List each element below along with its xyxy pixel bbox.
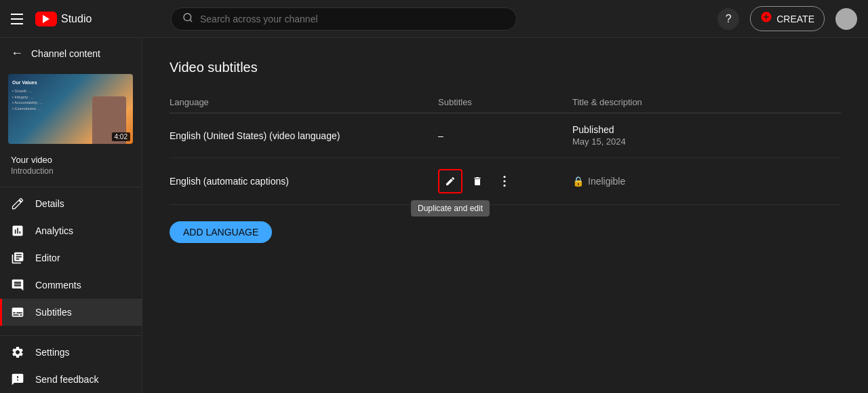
header-title-desc: Title & description — [572, 97, 841, 107]
more-options-button[interactable] — [492, 169, 517, 193]
header-right: ? CREATE — [717, 6, 857, 31]
table-row: English (automatic captions) Duplicate a… — [170, 158, 841, 205]
header-subtitles: Subtitles — [438, 97, 572, 107]
delete-button[interactable] — [465, 169, 490, 193]
back-arrow-icon: ← — [11, 46, 23, 60]
content-area: Video subtitles Language Subtitles Title… — [142, 38, 868, 393]
analytics-label: Analytics — [35, 225, 73, 236]
action-buttons: Duplicate and edit — [438, 169, 517, 193]
video-thumbnail-container: Our Values • Growth: ... • Integrity: ..… — [0, 69, 142, 149]
back-to-channel-content[interactable]: ← Channel content — [0, 38, 142, 69]
sidebar-item-analytics[interactable]: Analytics — [0, 217, 142, 244]
video-subtitle: Introduction — [11, 166, 131, 176]
header-left: Studio — [11, 11, 160, 27]
svg-point-4 — [503, 185, 505, 187]
subtitles-cell-1: Duplicate and edit — [438, 169, 572, 193]
search-icon — [182, 12, 193, 26]
create-label: CREATE — [776, 14, 814, 24]
svg-point-0 — [184, 14, 191, 21]
hamburger-menu-button[interactable] — [11, 11, 27, 27]
sidebar-item-subtitles[interactable]: Subtitles — [0, 299, 142, 326]
sidebar-item-editor[interactable]: Editor — [0, 244, 142, 272]
settings-label: Settings — [35, 347, 70, 358]
status-cell-1: 🔒 Ineligible — [572, 176, 841, 187]
send-feedback-label: Send feedback — [35, 374, 98, 385]
comments-icon — [11, 278, 24, 292]
sidebar: ← Channel content Our Values • Growth: .… — [0, 38, 142, 393]
status-published: Published May 15, 2024 — [572, 124, 841, 147]
add-language-button[interactable]: ADD LANGUAGE — [170, 221, 272, 243]
analytics-icon — [11, 224, 24, 238]
header-language: Language — [170, 97, 438, 107]
tooltip-duplicate-edit: Duplicate and edit — [411, 200, 490, 217]
language-cell-0: English (United States) (video language) — [170, 130, 438, 141]
main-layout: ← Channel content Our Values • Growth: .… — [0, 38, 868, 393]
sidebar-item-send-feedback[interactable]: Send feedback — [0, 366, 142, 393]
status-ineligible: 🔒 Ineligible — [572, 176, 841, 187]
sidebar-item-settings[interactable]: Settings — [0, 339, 142, 366]
video-duration: 4:02 — [112, 132, 130, 141]
sidebar-item-details[interactable]: Details — [0, 190, 142, 217]
page-title: Video subtitles — [170, 60, 841, 75]
app-header: Studio ? CREATE — [0, 0, 868, 38]
editor-icon — [11, 251, 24, 265]
search-bar[interactable] — [171, 7, 517, 31]
lock-icon: 🔒 — [572, 176, 584, 187]
create-button[interactable]: CREATE — [750, 6, 825, 31]
editor-label: Editor — [35, 252, 60, 263]
sidebar-bottom: Settings Send feedback — [0, 335, 142, 393]
svg-point-3 — [503, 180, 505, 182]
sidebar-item-comments[interactable]: Comments — [0, 272, 142, 299]
language-cell-1: English (automatic captions) — [170, 176, 438, 187]
comments-label: Comments — [35, 280, 81, 291]
feedback-icon — [11, 373, 24, 386]
studio-label: Studio — [61, 13, 92, 25]
edit-btn-wrapper: Duplicate and edit — [438, 169, 462, 193]
subtitles-cell-0: – — [438, 130, 572, 141]
search-input[interactable] — [200, 14, 505, 24]
duplicate-edit-button[interactable] — [438, 169, 462, 193]
svg-line-1 — [190, 20, 192, 22]
video-thumbnail[interactable]: Our Values • Growth: ... • Integrity: ..… — [8, 74, 133, 144]
channel-content-label: Channel content — [31, 48, 100, 59]
sidebar-divider — [0, 187, 142, 187]
youtube-logo-icon — [35, 12, 57, 26]
thumbnail-inner: Our Values • Growth: ... • Integrity: ..… — [8, 74, 133, 144]
help-button[interactable]: ? — [717, 8, 739, 30]
settings-icon — [11, 345, 24, 359]
avatar[interactable] — [835, 8, 857, 30]
details-label: Details — [35, 198, 64, 209]
details-icon — [11, 197, 24, 210]
table-header: Language Subtitles Title & description — [170, 92, 841, 113]
thumbnail-text: Our Values • Growth: ... • Integrity: ..… — [12, 79, 43, 112]
video-title: Your video — [11, 155, 131, 165]
svg-point-2 — [503, 176, 505, 178]
table-row: English (United States) (video language)… — [170, 113, 841, 158]
subtitles-label: Subtitles — [35, 307, 72, 318]
create-icon — [760, 11, 772, 26]
subtitles-icon — [11, 305, 24, 319]
youtube-logo: Studio — [35, 12, 92, 26]
video-info: Your video Introduction — [0, 149, 142, 184]
status-cell-0: Published May 15, 2024 — [572, 124, 841, 147]
